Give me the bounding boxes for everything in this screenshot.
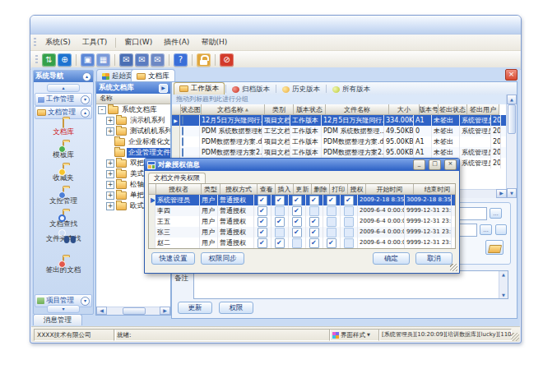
permission-row-5[interactable]: 赵二用户普通授权2009-6-4 0:00:009999-12-31 23:59… [149,238,455,248]
tab-message-management[interactable]: 消息管理 [33,314,82,325]
tree-column-header[interactable]: 名称 [96,94,170,104]
permission-checkbox[interactable] [327,228,336,238]
column-header-5[interactable]: 文件名称 [326,104,389,115]
tree-node-1[interactable]: -系统文档库 [96,104,170,115]
tab-document-folder-permissions[interactable]: 文档文件夹权限 [148,173,206,183]
tree-expander-icon[interactable]: + [106,127,114,136]
nav-item-4[interactable]: 文控管理 [34,188,93,211]
permission-checkbox[interactable] [344,196,354,205]
menu-item-2[interactable]: 工具(T) [77,37,114,48]
permission-checkbox[interactable] [309,238,319,248]
permission-button[interactable]: 权限 [219,302,253,314]
scroll-down-button[interactable]: ▼ [499,293,508,297]
scroll-up-button[interactable]: ▲ [499,272,508,277]
permission-checkbox[interactable] [327,217,336,227]
window-resize-grip[interactable] [511,333,519,341]
column-header-2[interactable]: 类型 [202,184,220,195]
nav-item-3[interactable]: 收藏夹 [34,165,93,188]
column-header-1[interactable]: 授权者 [156,184,202,195]
permission-checkbox[interactable] [344,206,354,216]
tree-node-2[interactable]: +演示机系列 [96,115,170,126]
toolbar-grip[interactable] [35,55,38,65]
permission-row-3[interactable]: 王五用户普通授权2009-6-4 0:00:009999-12-31 23:59… [149,216,455,227]
nav-collapse-button[interactable]: ▴ [82,72,91,81]
tree-panel-pin-button[interactable]: ▶ [159,84,168,93]
permission-checkbox[interactable] [258,228,267,238]
permission-checkbox[interactable] [275,238,285,248]
tab-version-3[interactable]: 历史版本 [277,84,325,95]
remark-textarea[interactable]: ▲ ▼ [193,270,508,299]
menubar-grip[interactable] [34,38,36,48]
nav-item-2[interactable]: 模板库 [34,142,93,165]
scroll-right-button[interactable]: ▶ [160,307,170,315]
column-header-2[interactable]: 文档名称▲ [202,104,265,115]
permission-checkbox[interactable] [309,196,319,205]
permission-checkbox[interactable] [292,238,302,248]
permission-checkbox[interactable] [327,206,336,216]
permission-sync-button[interactable]: 权限同步 [201,252,244,265]
window-titlebar[interactable] [30,16,521,35]
permission-row-4[interactable]: 张三用户普通授权2009-6-4 0:00:009999-12-31 23:59… [149,227,455,238]
column-header-8[interactable]: 打印 [330,184,348,195]
tree-node-3[interactable]: +测试机机系列 [96,126,170,136]
scroll-track[interactable] [107,307,160,315]
scroll-down-button[interactable]: ▼ [507,188,517,198]
column-header-3[interactable]: 类别 [265,104,294,115]
column-header-4[interactable]: 查看 [258,184,276,195]
permission-checkbox[interactable] [258,238,267,248]
tab-version-4[interactable]: 所有版本 [327,84,375,95]
tree-expander-icon[interactable]: + [106,117,114,125]
tree-expander-icon[interactable]: + [106,159,114,168]
column-header-11[interactable]: 结束时间 [414,184,456,195]
menu-item-4[interactable]: 插件(A) [158,37,195,48]
dialog-titlebar[interactable]: 对象授权信息 _ □ × [145,159,459,171]
tree-expander-icon[interactable]: + [106,191,114,200]
browse-button-2[interactable]: … [480,224,492,235]
tree-expander-icon[interactable]: - [98,106,106,114]
tree-expander-icon[interactable]: + [106,181,114,189]
table-row-3[interactable]: PDM数据整理方案.doc项目文档工作版本PDM数据整理方案.doc95.00K… [172,136,507,147]
menu-item-3[interactable]: 窗口(W) [118,37,158,48]
quick-setup-button[interactable]: 快速设置 [151,252,195,265]
permission-checkbox[interactable] [292,206,302,216]
scroll-left-button[interactable]: ◀ [96,307,107,315]
permission-checkbox[interactable] [309,228,319,238]
maximize-button[interactable]: □ [429,159,441,170]
column-header-5[interactable]: 插入 [276,184,294,195]
open-folder-icon[interactable]: ▣ [81,53,95,67]
scroll-up-button[interactable]: ▲ [507,95,517,104]
menu-item-5[interactable]: 帮助(H) [195,37,233,48]
tree-expander-icon[interactable]: + [106,170,114,178]
table-row-4[interactable]: PDM数据整理方案2.doc项目文档工作版本PDM数据整理方案2.doc95.0… [172,147,507,158]
column-header-9[interactable]: 签出用户 [467,104,499,115]
permission-checkbox[interactable] [309,217,319,227]
expand-button[interactable]: ▾ [81,95,90,104]
permission-row-1[interactable]: ▶系统管理员用户普通授权2009-2-18 8:35:573009-2-18 8… [149,195,455,205]
permission-checkbox[interactable] [327,238,336,248]
detail-small-button[interactable] [495,224,507,235]
mail-send-icon[interactable]: ✉ [119,53,133,67]
column-header-9[interactable]: 授权 [348,184,366,195]
permission-checkbox[interactable] [344,238,354,248]
connect-icon[interactable]: ⇅ [42,53,56,67]
cancel-button[interactable]: 取消 [415,252,452,265]
column-header-1[interactable]: 状态图 [181,104,202,115]
nav-scroll-down[interactable]: ▾ [47,305,80,313]
grid-corner[interactable] [172,104,181,115]
exit-icon[interactable]: ⊘ [220,53,234,67]
permission-checkbox[interactable] [292,228,302,238]
minimize-button[interactable]: _ [413,159,425,170]
tab-close-button[interactable]: × [505,69,517,81]
nav-item-6[interactable]: 文件夹查找 [34,234,93,257]
globe-icon[interactable]: ⊕ [58,53,72,67]
open-folder-button[interactable] [485,240,504,255]
permission-checkbox[interactable] [258,196,267,205]
scroll-right-button[interactable]: ▶ [496,189,507,198]
column-header-3[interactable]: 授权方式 [220,184,258,195]
tree-node-5[interactable]: 企业管理文件 [96,147,170,158]
permission-checkbox[interactable] [275,228,285,238]
scroll-thumb[interactable] [123,307,146,315]
mail-alert-icon[interactable]: ✉ [151,53,165,67]
nav-item-1[interactable]: 文档库 [34,119,93,142]
permission-checkbox[interactable] [292,196,302,205]
